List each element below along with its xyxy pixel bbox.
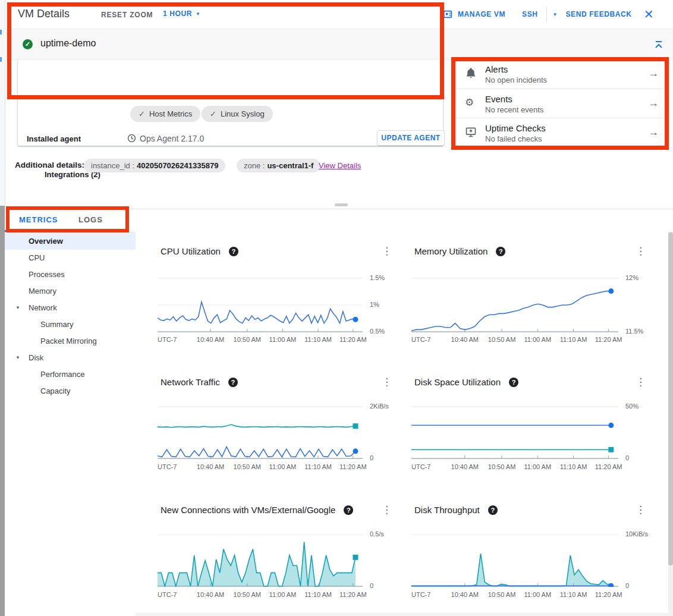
tab-metrics[interactable]: METRICS xyxy=(19,215,58,224)
integration-chip-linux-syslog: ✓ Linux Syslog xyxy=(202,106,273,122)
update-agent-button[interactable]: UPDATE AGENT xyxy=(377,130,445,146)
x-axis-label: UTC-7 xyxy=(411,463,430,470)
kebab-menu-icon[interactable]: ⋮ xyxy=(382,504,392,516)
sidebar-item-memory[interactable]: Memory xyxy=(5,283,136,300)
chart-title: New Connections with VMs/External/Google xyxy=(161,505,335,515)
chart-card-cpu-utilization: CPU Utilization? ⋮ 1.5%1%0.5% UTC-710:40… xyxy=(136,232,404,358)
help-icon[interactable]: ? xyxy=(228,378,238,387)
x-axis-label: 11:10 AM xyxy=(304,591,332,598)
arrow-right-icon[interactable]: → xyxy=(648,67,659,80)
sidebar-item-capacity[interactable]: Capacity xyxy=(5,383,136,400)
kebab-menu-icon[interactable]: ⋮ xyxy=(636,376,646,388)
events-row[interactable]: ⚙ Events No recent events → xyxy=(457,89,668,118)
chip-value: 4020507026241335879 xyxy=(137,161,218,170)
sidebar-item-label: Memory xyxy=(29,287,56,296)
sidebar-item-overview[interactable]: Overview xyxy=(5,233,136,250)
resize-handle[interactable] xyxy=(335,203,348,206)
collapse-all-icon[interactable] xyxy=(653,39,665,51)
chip-key: zone : xyxy=(244,161,265,170)
help-icon[interactable]: ? xyxy=(229,247,238,256)
x-axis-label: 11:20 AM xyxy=(339,591,367,598)
chart-plot xyxy=(411,278,618,332)
time-range-dropdown[interactable]: 1 HOUR ▼ xyxy=(163,10,200,18)
zone-chip: zone : us-central1-f xyxy=(237,159,320,172)
page-title: VM Details xyxy=(18,8,70,20)
kebab-menu-icon[interactable]: ⋮ xyxy=(636,504,646,516)
sidebar-item-disk[interactable]: ▼Disk xyxy=(5,350,136,366)
y-axis-tick: 0 xyxy=(625,582,629,589)
x-axis-label: 10:40 AM xyxy=(451,463,479,470)
uptime-monitor-icon xyxy=(465,126,477,138)
uptime-checks-row[interactable]: Uptime Checks No failed checks → xyxy=(457,118,668,147)
vm-chip-icon xyxy=(442,9,453,20)
chart-plot-area: 10KiB/s0 xyxy=(411,534,618,587)
view-details-link[interactable]: View Details xyxy=(319,161,361,170)
chart-plot-area: 1.5%1%0.5% xyxy=(158,278,363,332)
x-axis-label: UTC-7 xyxy=(411,591,430,598)
sidebar-item-cpu[interactable]: CPU xyxy=(5,250,136,266)
header-actions: MANAGE VM SSH ▼ SEND FEEDBACK ✕ xyxy=(442,0,673,29)
alerts-title: Alerts xyxy=(485,64,508,74)
help-icon[interactable]: ? xyxy=(344,505,353,515)
chart-card-network-traffic: Network Traffic? ⋮ 2KiB/s0 UTC-710:40 AM… xyxy=(136,358,404,486)
events-subtitle: No recent events xyxy=(485,105,543,114)
send-feedback-button[interactable]: SEND FEEDBACK xyxy=(565,10,631,18)
vm-details-panel: VM Details RESET ZOOM 1 HOUR ▼ MANAGE VM… xyxy=(0,0,673,616)
sidebar-item-network[interactable]: ▼Network xyxy=(5,300,136,316)
sidebar-item-processes[interactable]: Processes xyxy=(5,266,136,283)
manage-vm-button[interactable]: MANAGE VM xyxy=(442,9,505,20)
x-axis-label: 11:10 AM xyxy=(560,463,587,470)
x-axis-label: 10:50 AM xyxy=(488,591,515,598)
arrow-right-icon[interactable]: → xyxy=(648,97,659,109)
x-axis-label: UTC-7 xyxy=(158,336,177,343)
x-axis-label: 10:40 AM xyxy=(451,336,479,343)
arrow-right-icon[interactable]: → xyxy=(648,126,659,139)
chart-plot-area: 50%0 xyxy=(411,406,618,459)
sidebar-item-label: Network xyxy=(29,303,57,312)
chart-title: Memory Utilization xyxy=(414,246,488,256)
tab-logs[interactable]: LOGS xyxy=(78,215,103,224)
kebab-menu-icon[interactable]: ⋮ xyxy=(382,376,392,388)
x-axis: UTC-710:40 AM10:50 AM11:00 AM11:10 AM11:… xyxy=(158,591,363,599)
chart-plot xyxy=(158,534,363,587)
help-icon[interactable]: ? xyxy=(496,247,505,256)
status-card: Alerts No open incidents → ⚙ Events No r… xyxy=(457,59,668,147)
ssh-dropdown-icon[interactable]: ▼ xyxy=(553,12,558,17)
chevron-down-icon[interactable]: ▼ xyxy=(15,350,20,366)
chevron-down-icon[interactable]: ▼ xyxy=(15,300,20,316)
chart-plot xyxy=(411,534,618,587)
x-axis-label: 11:00 AM xyxy=(269,463,297,470)
chip-label: Host Metrics xyxy=(149,109,192,118)
reset-zoom-button[interactable]: RESET ZOOM xyxy=(101,11,153,19)
kebab-menu-icon[interactable]: ⋮ xyxy=(636,245,646,257)
chip-label: Linux Syslog xyxy=(221,109,265,118)
divider xyxy=(546,7,547,22)
help-icon[interactable]: ? xyxy=(488,505,498,515)
chart-plot xyxy=(158,406,363,459)
events-title: Events xyxy=(485,94,512,104)
help-icon[interactable]: ? xyxy=(509,378,518,387)
sidebar-item-summary[interactable]: Summary xyxy=(5,316,136,333)
time-range-label: 1 HOUR xyxy=(163,10,192,18)
ssh-button[interactable]: SSH xyxy=(522,10,537,18)
manage-vm-label: MANAGE VM xyxy=(458,10,505,18)
alerts-row[interactable]: Alerts No open incidents → xyxy=(457,59,668,89)
chart-title: Disk Space Utilization xyxy=(414,377,501,387)
scrollbar-thumb[interactable] xyxy=(668,232,673,565)
x-axis-label: 10:40 AM xyxy=(451,591,479,598)
x-axis: UTC-710:40 AM10:50 AM11:00 AM11:10 AM11:… xyxy=(158,336,363,344)
sidebar-item-packet-mirroring[interactable]: Packet Mirroring xyxy=(5,333,136,350)
close-icon[interactable]: ✕ xyxy=(644,7,654,21)
chart-card-disk-space-utilization: Disk Space Utilization? ⋮ 50%0 UTC-710:4… xyxy=(404,358,668,486)
chart-plot xyxy=(411,406,618,459)
page-edge-scrim xyxy=(0,206,5,616)
y-axis-tick: 10KiB/s xyxy=(625,530,648,538)
x-axis-label: UTC-7 xyxy=(158,463,177,470)
sidebar-item-performance[interactable]: Performance xyxy=(5,366,136,383)
sidebar-item-label: Packet Mirroring xyxy=(40,337,97,345)
x-axis-label: 10:40 AM xyxy=(197,463,224,470)
sidebar-item-label: CPU xyxy=(29,253,45,262)
sidebar-item-label: Summary xyxy=(40,320,74,329)
kebab-menu-icon[interactable]: ⋮ xyxy=(382,245,392,257)
integration-chip-host-metrics: ✓ Host Metrics xyxy=(130,106,200,122)
